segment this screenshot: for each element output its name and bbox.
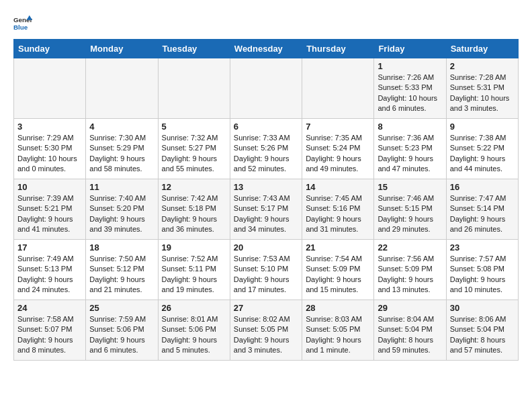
day-cell: 8Sunrise: 7:36 AM Sunset: 5:23 PM Daylig… xyxy=(374,119,446,179)
day-cell: 20Sunrise: 7:53 AM Sunset: 5:10 PM Dayli… xyxy=(230,240,302,300)
day-info: Sunrise: 7:56 AM Sunset: 5:09 PM Dayligh… xyxy=(378,254,442,295)
day-info: Sunrise: 7:52 AM Sunset: 5:11 PM Dayligh… xyxy=(162,254,226,295)
day-number: 28 xyxy=(306,303,370,313)
day-number: 30 xyxy=(450,303,515,313)
day-number: 6 xyxy=(234,122,298,132)
day-cell: 10Sunrise: 7:39 AM Sunset: 5:21 PM Dayli… xyxy=(14,179,86,240)
day-info: Sunrise: 7:54 AM Sunset: 5:09 PM Dayligh… xyxy=(306,254,370,295)
day-cell: 26Sunrise: 8:01 AM Sunset: 5:06 PM Dayli… xyxy=(158,300,230,361)
day-cell xyxy=(230,58,302,119)
day-number: 3 xyxy=(17,122,82,132)
day-number: 5 xyxy=(162,122,226,132)
day-number: 23 xyxy=(450,242,515,253)
day-info: Sunrise: 7:30 AM Sunset: 5:29 PM Dayligh… xyxy=(89,133,154,175)
day-info: Sunrise: 8:06 AM Sunset: 5:04 PM Dayligh… xyxy=(450,314,515,356)
day-cell: 16Sunrise: 7:47 AM Sunset: 5:14 PM Dayli… xyxy=(446,179,518,240)
day-number: 11 xyxy=(89,182,154,192)
day-info: Sunrise: 7:26 AM Sunset: 5:33 PM Dayligh… xyxy=(378,73,442,114)
day-info: Sunrise: 7:47 AM Sunset: 5:14 PM Dayligh… xyxy=(450,193,515,235)
day-info: Sunrise: 7:57 AM Sunset: 5:08 PM Dayligh… xyxy=(450,254,515,295)
day-number: 15 xyxy=(378,182,442,192)
column-header-monday: Monday xyxy=(86,40,158,58)
day-number: 17 xyxy=(17,242,82,253)
day-cell: 5Sunrise: 7:32 AM Sunset: 5:27 PM Daylig… xyxy=(158,119,230,179)
day-info: Sunrise: 7:59 AM Sunset: 5:06 PM Dayligh… xyxy=(89,314,154,356)
day-cell: 18Sunrise: 7:50 AM Sunset: 5:12 PM Dayli… xyxy=(86,240,158,300)
week-row-5: 24Sunrise: 7:58 AM Sunset: 5:07 PM Dayli… xyxy=(14,300,519,361)
day-cell: 7Sunrise: 7:35 AM Sunset: 5:24 PM Daylig… xyxy=(302,119,374,179)
day-cell: 13Sunrise: 7:43 AM Sunset: 5:17 PM Dayli… xyxy=(230,179,302,240)
day-info: Sunrise: 7:53 AM Sunset: 5:10 PM Dayligh… xyxy=(234,254,298,295)
day-number: 21 xyxy=(306,242,370,253)
header-row: SundayMondayTuesdayWednesdayThursdayFrid… xyxy=(14,40,519,58)
day-info: Sunrise: 7:40 AM Sunset: 5:20 PM Dayligh… xyxy=(89,193,154,235)
day-info: Sunrise: 7:32 AM Sunset: 5:27 PM Dayligh… xyxy=(162,133,226,175)
day-info: Sunrise: 7:43 AM Sunset: 5:17 PM Dayligh… xyxy=(234,193,298,235)
logo: General Blue xyxy=(13,13,35,32)
day-number: 22 xyxy=(378,242,442,253)
day-cell: 28Sunrise: 8:03 AM Sunset: 5:05 PM Dayli… xyxy=(302,300,374,361)
column-header-wednesday: Wednesday xyxy=(230,40,302,58)
day-info: Sunrise: 7:35 AM Sunset: 5:24 PM Dayligh… xyxy=(306,133,370,175)
day-info: Sunrise: 8:03 AM Sunset: 5:05 PM Dayligh… xyxy=(306,314,370,356)
day-cell xyxy=(86,58,158,119)
day-cell: 3Sunrise: 7:29 AM Sunset: 5:30 PM Daylig… xyxy=(14,119,86,179)
logo-icon: General Blue xyxy=(13,13,32,32)
day-number: 27 xyxy=(234,303,298,313)
day-cell: 11Sunrise: 7:40 AM Sunset: 5:20 PM Dayli… xyxy=(86,179,158,240)
day-cell: 21Sunrise: 7:54 AM Sunset: 5:09 PM Dayli… xyxy=(302,240,374,300)
week-row-1: 1Sunrise: 7:26 AM Sunset: 5:33 PM Daylig… xyxy=(14,58,519,119)
day-info: Sunrise: 8:04 AM Sunset: 5:04 PM Dayligh… xyxy=(378,314,442,356)
svg-text:Blue: Blue xyxy=(13,24,28,31)
day-number: 7 xyxy=(306,122,370,132)
day-cell: 4Sunrise: 7:30 AM Sunset: 5:29 PM Daylig… xyxy=(86,119,158,179)
column-header-friday: Friday xyxy=(374,40,446,58)
day-number: 16 xyxy=(450,182,515,192)
day-cell: 24Sunrise: 7:58 AM Sunset: 5:07 PM Dayli… xyxy=(14,300,86,361)
day-number: 2 xyxy=(450,61,515,71)
day-number: 26 xyxy=(162,303,226,313)
day-cell: 1Sunrise: 7:26 AM Sunset: 5:33 PM Daylig… xyxy=(374,58,446,119)
day-number: 29 xyxy=(378,303,442,313)
day-number: 1 xyxy=(378,61,442,71)
page-header: General Blue xyxy=(13,13,519,32)
day-info: Sunrise: 8:02 AM Sunset: 5:05 PM Dayligh… xyxy=(234,314,298,356)
calendar-table: SundayMondayTuesdayWednesdayThursdayFrid… xyxy=(13,39,519,361)
day-info: Sunrise: 7:46 AM Sunset: 5:15 PM Dayligh… xyxy=(378,193,442,235)
day-info: Sunrise: 7:28 AM Sunset: 5:31 PM Dayligh… xyxy=(450,73,515,114)
week-row-4: 17Sunrise: 7:49 AM Sunset: 5:13 PM Dayli… xyxy=(14,240,519,300)
day-cell: 25Sunrise: 7:59 AM Sunset: 5:06 PM Dayli… xyxy=(86,300,158,361)
day-info: Sunrise: 7:36 AM Sunset: 5:23 PM Dayligh… xyxy=(378,133,442,175)
day-number: 12 xyxy=(162,182,226,192)
day-number: 18 xyxy=(89,242,154,253)
day-number: 25 xyxy=(89,303,154,313)
day-cell xyxy=(14,58,86,119)
day-cell: 22Sunrise: 7:56 AM Sunset: 5:09 PM Dayli… xyxy=(374,240,446,300)
day-info: Sunrise: 7:29 AM Sunset: 5:30 PM Dayligh… xyxy=(17,133,82,175)
day-info: Sunrise: 7:45 AM Sunset: 5:16 PM Dayligh… xyxy=(306,193,370,235)
day-number: 13 xyxy=(234,182,298,192)
day-cell: 12Sunrise: 7:42 AM Sunset: 5:18 PM Dayli… xyxy=(158,179,230,240)
day-cell: 9Sunrise: 7:38 AM Sunset: 5:22 PM Daylig… xyxy=(446,119,518,179)
day-info: Sunrise: 7:38 AM Sunset: 5:22 PM Dayligh… xyxy=(450,133,515,175)
day-cell xyxy=(302,58,374,119)
day-number: 4 xyxy=(89,122,154,132)
day-info: Sunrise: 7:49 AM Sunset: 5:13 PM Dayligh… xyxy=(17,254,82,295)
day-cell: 19Sunrise: 7:52 AM Sunset: 5:11 PM Dayli… xyxy=(158,240,230,300)
day-cell: 29Sunrise: 8:04 AM Sunset: 5:04 PM Dayli… xyxy=(374,300,446,361)
day-info: Sunrise: 7:42 AM Sunset: 5:18 PM Dayligh… xyxy=(162,193,226,235)
week-row-2: 3Sunrise: 7:29 AM Sunset: 5:30 PM Daylig… xyxy=(14,119,519,179)
day-cell xyxy=(158,58,230,119)
column-header-saturday: Saturday xyxy=(446,40,518,58)
day-number: 10 xyxy=(17,182,82,192)
day-number: 9 xyxy=(450,122,515,132)
day-cell: 23Sunrise: 7:57 AM Sunset: 5:08 PM Dayli… xyxy=(446,240,518,300)
day-info: Sunrise: 7:50 AM Sunset: 5:12 PM Dayligh… xyxy=(89,254,154,295)
day-cell: 15Sunrise: 7:46 AM Sunset: 5:15 PM Dayli… xyxy=(374,179,446,240)
week-row-3: 10Sunrise: 7:39 AM Sunset: 5:21 PM Dayli… xyxy=(14,179,519,240)
day-number: 8 xyxy=(378,122,442,132)
day-number: 19 xyxy=(162,242,226,253)
column-header-sunday: Sunday xyxy=(14,40,86,58)
day-number: 24 xyxy=(17,303,82,313)
column-header-tuesday: Tuesday xyxy=(158,40,230,58)
